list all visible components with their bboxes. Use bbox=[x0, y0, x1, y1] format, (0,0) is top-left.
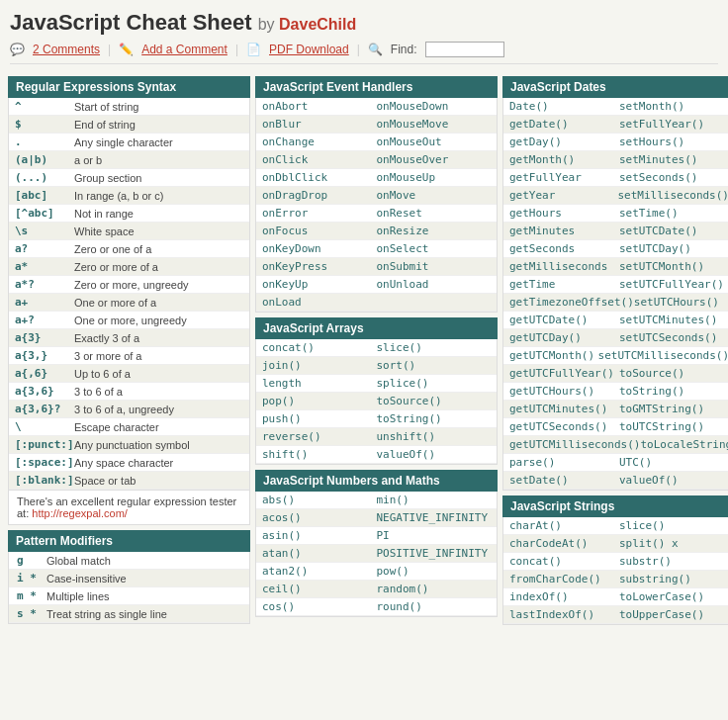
regex-card: Regular Expressions Syntax ^Start of str… bbox=[8, 76, 250, 625]
strings-header: JavaScript Strings bbox=[502, 495, 728, 517]
regex-row: a{3,6}?3 to 6 of a, ungreedy bbox=[9, 401, 249, 418]
page-header: JavaScript Cheat Sheet by DaveChild 💬 2 … bbox=[0, 0, 728, 70]
regex-header: Regular Expressions Syntax bbox=[8, 76, 250, 98]
array-row: concat()slice() bbox=[256, 339, 497, 357]
regex-row: [:punct:]Any punctuation symbol bbox=[9, 436, 249, 454]
find-input[interactable] bbox=[425, 42, 504, 57]
regex-row: a*Zero or more of a bbox=[9, 258, 249, 276]
page-title: JavaScript Cheat Sheet by DaveChild bbox=[10, 10, 718, 36]
event-row: onDblClickonMouseUp bbox=[256, 169, 497, 187]
event-row: onBluronMouseMove bbox=[256, 116, 497, 134]
array-row: lengthsplice() bbox=[256, 375, 497, 393]
dates-body: Date()setMonth()getDate()setFullYear()ge… bbox=[502, 98, 728, 491]
strings-body: charAt()slice()charCodeAt()split() xconc… bbox=[502, 517, 728, 625]
pdf-link[interactable]: PDF Download bbox=[269, 43, 349, 56]
author-link[interactable]: DaveChild bbox=[279, 16, 356, 33]
sep1: | bbox=[108, 43, 111, 56]
regex-row: a+?One or more, ungreedy bbox=[9, 312, 249, 329]
pattern-row: i *Case-insensitive bbox=[9, 570, 249, 587]
string-row: charCodeAt()split() x bbox=[503, 535, 728, 553]
regex-row: a{,6}Up to 6 of a bbox=[9, 365, 249, 383]
regex-row: a{3,}3 or more of a bbox=[9, 347, 249, 365]
regex-row: \Escape character bbox=[9, 418, 249, 436]
regex-row: [^abc]Not in range bbox=[9, 205, 249, 223]
toolbar: 💬 2 Comments | ✏️ Add a Comment | 📄 PDF … bbox=[10, 42, 718, 64]
pattern-row: s *Treat string as single line bbox=[9, 605, 249, 623]
event-row: onClickonMouseOver bbox=[256, 151, 497, 169]
array-row: join()sort() bbox=[256, 357, 497, 375]
events-arrays-col: JavaScript Event Handlers onAbortonMouse… bbox=[255, 76, 498, 625]
numbers-header: JavaScript Numbers and Maths bbox=[255, 470, 498, 492]
title-text: JavaScript Cheat Sheet bbox=[10, 10, 252, 35]
event-row: onKeyUponUnload bbox=[256, 276, 497, 294]
regex-row: .Any single character bbox=[9, 134, 249, 151]
search-icon: 🔍 bbox=[368, 43, 383, 56]
date-row: getUTCDay()setUTCSeconds() bbox=[503, 329, 728, 347]
regex-row: \sWhite space bbox=[9, 223, 249, 240]
regex-row: [:blank:]Space or tab bbox=[9, 472, 249, 490]
number-row: cos()round() bbox=[256, 598, 497, 616]
date-row: getMillisecondssetUTCMonth() bbox=[503, 258, 728, 276]
date-row: getDate()setFullYear() bbox=[503, 116, 728, 134]
dates-strings-col: JavaScript Dates Date()setMonth()getDate… bbox=[502, 76, 728, 625]
events-body: onAbortonMouseDownonBluronMouseMoveonCha… bbox=[255, 98, 498, 313]
number-row: atan2()pow() bbox=[256, 563, 497, 581]
date-row: getSecondssetUTCDay() bbox=[503, 240, 728, 258]
date-row: getUTCMinutes()toGMTString() bbox=[503, 401, 728, 418]
regex-row: a?Zero or one of a bbox=[9, 240, 249, 258]
pattern-row: gGlobal match bbox=[9, 552, 249, 570]
number-row: abs()min() bbox=[256, 492, 497, 509]
arrays-header: JavaScript Arrays bbox=[255, 317, 498, 339]
date-row: getTimesetUTCFullYear() bbox=[503, 276, 728, 294]
number-row: acos()NEGATIVE_INFINITY bbox=[256, 509, 497, 527]
date-row: getDay()setHours() bbox=[503, 134, 728, 151]
regex-row: a{3,6}3 to 6 of a bbox=[9, 383, 249, 401]
sep3: | bbox=[357, 43, 360, 56]
events-header: JavaScript Event Handlers bbox=[255, 76, 498, 98]
pattern-modifiers-header: Pattern Modifiers bbox=[8, 530, 250, 552]
date-row: setDate()valueOf() bbox=[503, 472, 728, 490]
array-row: push()toString() bbox=[256, 410, 497, 428]
regex-row: $End of string bbox=[9, 116, 249, 134]
date-row: getUTCMilliseconds()toLocaleString() bbox=[503, 436, 728, 454]
add-comment-icon: ✏️ bbox=[119, 43, 134, 56]
string-row: charAt()slice() bbox=[503, 517, 728, 535]
number-row: asin()PI bbox=[256, 527, 497, 545]
regex-body: ^Start of string$End of string.Any singl… bbox=[8, 98, 250, 491]
date-row: getUTCDate()setUTCMinutes() bbox=[503, 312, 728, 329]
event-row: onKeyPressonSubmit bbox=[256, 258, 497, 276]
regex-row: a*?Zero or more, ungreedy bbox=[9, 276, 249, 294]
sep2: | bbox=[235, 43, 238, 56]
find-label: Find: bbox=[391, 43, 417, 56]
regex-row: ^Start of string bbox=[9, 98, 249, 116]
date-row: getFullYearsetSeconds() bbox=[503, 169, 728, 187]
regex-row: [:space:]Any space character bbox=[9, 454, 249, 472]
event-row: onDragDroponMove bbox=[256, 187, 497, 205]
number-row: atan()POSITIVE_INFINITY bbox=[256, 545, 497, 563]
pattern-body: gGlobal matchi *Case-insensitivem *Multi… bbox=[8, 552, 250, 624]
date-row: getUTCFullYear()toSource() bbox=[503, 365, 728, 383]
array-row: reverse()unshift() bbox=[256, 428, 497, 446]
date-row: getTimezoneOffset()setUTCHours() bbox=[503, 294, 728, 312]
event-row: onAbortonMouseDown bbox=[256, 98, 497, 116]
by-text: by bbox=[258, 16, 279, 33]
regex-row: [abc]In range (a, b or c) bbox=[9, 187, 249, 205]
date-row: getYearsetMilliseconds() bbox=[503, 187, 728, 205]
regex-row: (...)Group section bbox=[9, 169, 249, 187]
comments-link[interactable]: 2 Comments bbox=[33, 43, 100, 56]
regex-link[interactable]: http://regexpal.com/ bbox=[32, 507, 128, 519]
regex-row: a{3}Exactly 3 of a bbox=[9, 329, 249, 347]
array-row: shift()valueOf() bbox=[256, 446, 497, 464]
add-comment-link[interactable]: Add a Comment bbox=[141, 43, 228, 56]
date-row: Date()setMonth() bbox=[503, 98, 728, 116]
date-row: getUTCSeconds()toUTCString() bbox=[503, 418, 728, 436]
string-row: concat()substr() bbox=[503, 553, 728, 571]
regex-note: There's an excellent regular expression … bbox=[8, 491, 250, 525]
string-row: fromCharCode()substring() bbox=[503, 571, 728, 588]
date-row: getMonth()setMinutes() bbox=[503, 151, 728, 169]
dates-header: JavaScript Dates bbox=[502, 76, 728, 98]
date-row: getUTCMonth()setUTCMilliseconds() bbox=[503, 347, 728, 365]
numbers-body: abs()min()acos()NEGATIVE_INFINITYasin()P… bbox=[255, 492, 498, 617]
string-row: lastIndexOf()toUpperCase() bbox=[503, 606, 728, 624]
array-row: pop()toSource() bbox=[256, 393, 497, 410]
